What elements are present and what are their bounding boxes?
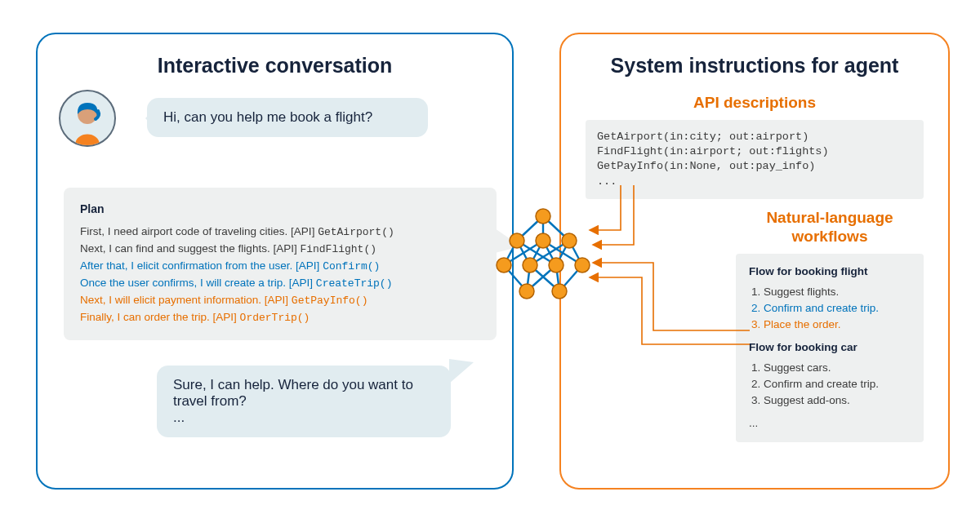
flow-step: Confirm and create trip. (764, 376, 911, 392)
plan-line: Once the user confirms, I will create a … (80, 275, 480, 292)
agent-message-line2: ... (173, 410, 434, 426)
plan-lines: First, I need airport code of traveling … (80, 224, 480, 326)
flow-flight-title: Flow for booking flight (749, 264, 911, 280)
flow-step: Suggest cars. (764, 360, 911, 376)
user-avatar (59, 90, 116, 147)
plan-line: First, I need airport code of traveling … (80, 224, 480, 241)
plan-line: Next, I will elicit payment information.… (80, 292, 480, 309)
svg-point-28 (519, 284, 534, 299)
flow-car-list: Suggest cars.Confirm and create trip.Sug… (749, 360, 911, 410)
user-message-text: Hi, can you help me book a flight? (163, 109, 372, 125)
svg-point-26 (549, 258, 564, 273)
plan-line: Next, I can find and suggest the flights… (80, 241, 480, 258)
plan-line: After that, I elicit confirmation from t… (80, 258, 480, 275)
flow-step: Place the order. (764, 317, 911, 333)
flow-step: Confirm and create trip. (764, 300, 911, 317)
workflows-section: Natural-language workflows Flow for book… (586, 209, 924, 442)
flow-step: Suggest add-ons. (764, 392, 911, 409)
workflows-subtitle: Natural-language workflows (736, 209, 924, 246)
left-panel-title: Interactive conversation (62, 54, 488, 78)
flow-car-trailing: ... (749, 415, 911, 432)
svg-point-21 (510, 233, 524, 248)
right-panel-title: System instructions for agent (586, 54, 924, 78)
agent-message-bubble: Sure, I can help. Where do you want to t… (157, 366, 451, 437)
svg-point-20 (536, 209, 550, 224)
svg-point-22 (536, 233, 550, 248)
flow-car-title: Flow for booking car (749, 339, 911, 356)
workflows-box: Flow for booking flight Suggest flights.… (736, 254, 924, 441)
svg-point-25 (523, 258, 537, 273)
agent-message-line1: Sure, I can help. Where do you want to t… (173, 377, 434, 410)
svg-point-24 (497, 258, 511, 273)
svg-point-29 (552, 284, 567, 299)
api-code-box: GetAirport(in:city; out:airport) FindFli… (586, 120, 924, 199)
plan-line: Finally, I can order the trip. [API] Ord… (80, 309, 480, 326)
svg-point-27 (575, 258, 590, 273)
user-message-bubble: Hi, can you help me book a flight? (147, 98, 428, 137)
avatar-icon (63, 96, 112, 145)
svg-point-23 (562, 233, 577, 248)
system-instructions-panel: System instructions for agent API descri… (559, 33, 950, 490)
plan-box: Plan First, I need airport code of trave… (64, 188, 497, 340)
api-descriptions-subtitle: API descriptions (586, 94, 924, 112)
flow-step: Suggest flights. (764, 284, 911, 300)
flow-flight-list: Suggest flights.Confirm and create trip.… (749, 284, 911, 334)
neural-network-icon (494, 206, 592, 304)
plan-heading: Plan (80, 201, 480, 217)
